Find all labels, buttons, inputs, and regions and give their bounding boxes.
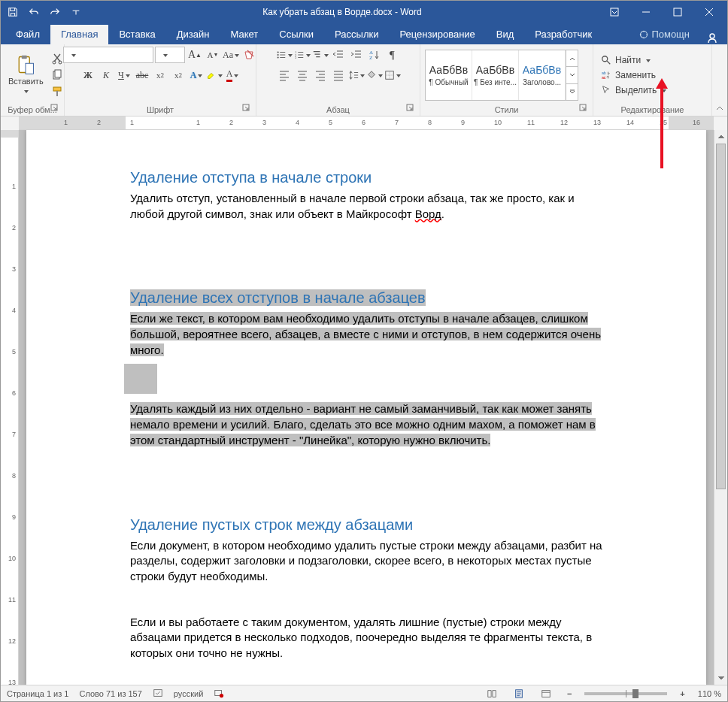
font-color-icon[interactable]: A — [224, 67, 241, 83]
minimize-icon[interactable] — [631, 2, 661, 23]
tell-me-label: Помощн — [651, 29, 690, 40]
copy-icon[interactable] — [49, 68, 65, 82]
svg-point-30 — [220, 693, 223, 697]
decrease-indent-icon[interactable] — [330, 47, 347, 63]
align-left-icon[interactable] — [276, 67, 293, 83]
tab-references[interactable]: Ссылки — [268, 25, 324, 44]
tab-design[interactable]: Дизайн — [166, 25, 220, 44]
undo-icon[interactable] — [25, 3, 43, 21]
svg-rect-28 — [154, 689, 162, 696]
increase-indent-icon[interactable] — [348, 47, 365, 63]
clipboard-dialog-launcher[interactable] — [49, 104, 59, 114]
highlight-icon[interactable] — [206, 67, 223, 83]
align-center-icon[interactable] — [294, 67, 311, 83]
font-name-combo[interactable] — [63, 47, 153, 63]
status-language[interactable]: русский — [174, 689, 203, 698]
replace-button[interactable]: abacЗаменить — [598, 68, 707, 82]
style-normal[interactable]: АаБбВв¶ Обычный — [426, 50, 472, 100]
share-icon[interactable] — [697, 32, 727, 44]
zoom-in-button[interactable]: + — [678, 689, 687, 698]
paragraph-dialog-launcher[interactable] — [405, 104, 415, 114]
print-layout-icon[interactable] — [511, 687, 527, 700]
paragraph-5: Если и вы работаете с таким документом, … — [130, 615, 602, 661]
redo-icon[interactable] — [46, 3, 64, 21]
italic-icon[interactable]: К — [98, 67, 114, 83]
bullets-icon[interactable] — [276, 47, 293, 63]
gallery-up-icon[interactable] — [566, 50, 578, 67]
scroll-thumb[interactable] — [716, 144, 726, 489]
strikethrough-icon[interactable]: abc — [134, 67, 150, 83]
align-right-icon[interactable] — [312, 67, 329, 83]
numbering-icon[interactable]: 123 — [294, 47, 311, 63]
grow-font-icon[interactable]: A▲ — [187, 47, 203, 63]
tab-home[interactable]: Главная — [50, 25, 108, 44]
proofing-icon[interactable] — [153, 688, 163, 700]
document-viewport[interactable]: Удаление отступа в начале строки Удалить… — [19, 130, 714, 685]
zoom-out-button[interactable]: − — [565, 689, 574, 698]
styles-dialog-launcher[interactable] — [578, 104, 588, 114]
superscript-icon[interactable]: x2 — [170, 67, 187, 83]
status-words[interactable]: Слово 71 из 157 — [79, 689, 141, 698]
style-no-spacing[interactable]: АаБбВв¶ Без инте... — [472, 50, 519, 100]
scroll-up-icon[interactable] — [714, 130, 727, 144]
macro-record-icon[interactable] — [214, 688, 224, 700]
styles-label: Стили — [495, 105, 519, 114]
svg-text:ac: ac — [602, 75, 606, 80]
find-button[interactable]: Найти — [598, 53, 707, 67]
font-dialog-launcher[interactable] — [241, 104, 251, 114]
font-size-combo[interactable] — [155, 47, 185, 63]
gallery-more-icon[interactable] — [566, 84, 578, 100]
svg-rect-6 — [26, 63, 34, 74]
gallery-down-icon[interactable] — [566, 67, 578, 83]
collapse-ribbon-icon[interactable] — [712, 44, 727, 116]
tab-mailings[interactable]: Рассылки — [324, 25, 389, 44]
bold-icon[interactable]: Ж — [80, 67, 96, 83]
vertical-scrollbar[interactable] — [714, 130, 727, 685]
horizontal-ruler[interactable]: 12112345678910111213141516 — [19, 116, 714, 130]
borders-icon[interactable] — [384, 67, 401, 83]
editing-label: Редактирование — [621, 105, 684, 114]
close-icon[interactable] — [694, 2, 724, 23]
style-heading1[interactable]: АаБбВвЗаголово... — [519, 50, 566, 100]
multilevel-list-icon[interactable] — [312, 47, 329, 63]
line-spacing-icon[interactable] — [348, 67, 365, 83]
tab-review[interactable]: Рецензирование — [389, 25, 485, 44]
svg-point-3 — [710, 34, 714, 38]
ribbon-options-icon[interactable] — [599, 2, 629, 23]
tab-file[interactable]: Файл — [5, 25, 50, 44]
tab-developer[interactable]: Разработчик — [524, 25, 602, 44]
tab-layout[interactable]: Макет — [220, 25, 268, 44]
tab-insert[interactable]: Вставка — [108, 25, 165, 44]
style-gallery[interactable]: АаБбВв¶ Обычный АаБбВв¶ Без инте... АаБб… — [425, 50, 578, 101]
svg-point-14 — [277, 51, 278, 53]
change-case-icon[interactable]: Aa — [223, 47, 239, 63]
paragraph-2: Если же текст, в котором вам необходимо … — [130, 311, 602, 358]
zoom-handle[interactable] — [632, 689, 639, 698]
subscript-icon[interactable]: x2 — [152, 67, 168, 83]
qat-customize-icon[interactable] — [67, 3, 85, 21]
vertical-ruler[interactable]: 12345678910111213 — [1, 130, 19, 685]
maximize-icon[interactable] — [663, 2, 693, 23]
sort-icon[interactable]: AZ — [366, 47, 383, 63]
format-painter-icon[interactable] — [49, 85, 65, 98]
read-mode-icon[interactable] — [484, 687, 500, 700]
underline-icon[interactable]: Ч — [116, 67, 132, 83]
web-layout-icon[interactable] — [538, 687, 554, 700]
heading-2: Удаление всех отступов в начале абзацев — [130, 289, 602, 307]
tell-me[interactable]: Помощн — [629, 25, 697, 44]
select-button[interactable]: Выделить — [598, 83, 707, 97]
save-icon[interactable] — [4, 3, 22, 21]
svg-point-25 — [602, 56, 608, 62]
justify-icon[interactable] — [330, 67, 347, 83]
text-effects-icon[interactable]: A — [188, 67, 205, 83]
clear-formatting-icon[interactable] — [241, 47, 257, 63]
show-marks-icon[interactable]: ¶ — [384, 47, 401, 63]
status-page[interactable]: Страница 1 из 1 — [7, 689, 68, 698]
zoom-level[interactable]: 110 % — [698, 689, 721, 698]
zoom-slider[interactable] — [584, 692, 667, 695]
shrink-font-icon[interactable]: A▼ — [205, 47, 221, 63]
tab-view[interactable]: Вид — [486, 25, 525, 44]
paste-button[interactable]: Вставить — [5, 53, 47, 98]
shading-icon[interactable] — [366, 67, 383, 83]
scroll-down-icon[interactable] — [714, 671, 727, 685]
